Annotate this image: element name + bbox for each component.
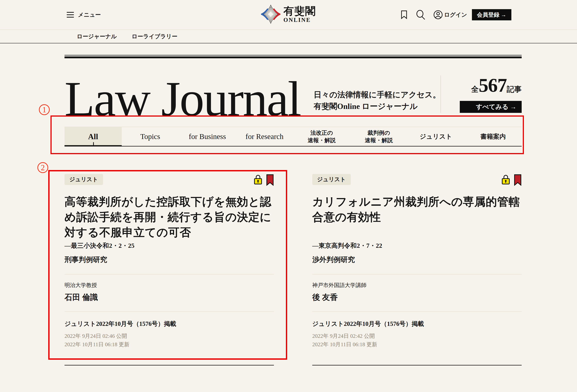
nav-law-journal[interactable]: ロージャーナル (77, 33, 117, 40)
author-name: 後 友香 (312, 292, 522, 302)
user-icon (433, 10, 443, 20)
article-dates: 2022年 9月24日 02:46 公開 2022年 10月11日 06:18 … (65, 332, 274, 349)
tab-all[interactable]: All (65, 127, 122, 146)
double-rule (65, 55, 522, 58)
main-content: Law Journal 日々の法律情報に手軽にアクセス。 有斐閣Online ロ… (65, 55, 522, 392)
author-affiliation: 明治大学教授 (65, 282, 274, 289)
divider (65, 311, 274, 312)
tab-law-reform-news[interactable]: 法改正の 速報・解説 (293, 127, 350, 146)
tab-books[interactable]: 書籍案内 (465, 127, 522, 146)
tab-topics[interactable]: Topics (122, 127, 179, 146)
bookmark-ribbon-icon[interactable] (514, 174, 522, 186)
menu-label: メニュー (78, 11, 101, 19)
search-icon (416, 10, 426, 20)
article-subtitle: —最三小決令和2・2・25 (65, 241, 274, 250)
login-button[interactable]: ログイン (433, 10, 467, 20)
hamburger-icon (67, 12, 74, 18)
login-label: ログイン (444, 11, 467, 19)
article-title[interactable]: カリフォルニア州裁判所への専属的管轄合意の有効性 (312, 194, 522, 225)
top-header: メニュー 有斐閣 ONLINE (0, 0, 577, 30)
published-date: 2022年 9月24日 02:46 公開 (65, 332, 274, 340)
signup-button[interactable]: 会員登録 → (472, 9, 511, 20)
article-card-2[interactable]: ジュリスト カリフォルニア州裁判所への専属的管轄合意の有効性 —東京高判令和 (312, 174, 522, 365)
divider (312, 274, 522, 274)
publication-info: ジュリスト2022年10月号（1576号）掲載 (65, 320, 274, 328)
annotation-circle-1: 1 (39, 104, 50, 115)
tab-jurist[interactable]: ジュリスト (407, 127, 465, 146)
category-badge: ジュリスト (65, 174, 103, 185)
hero-section: Law Journal 日々の法律情報に手軽にアクセス。 有斐閣Online ロ… (65, 58, 522, 122)
header-actions: ログイン 会員登録 → (401, 9, 511, 20)
site-logo[interactable]: 有斐閣 ONLINE (261, 4, 316, 24)
article-card-1[interactable]: ジュリスト 高等裁判所がした控訴取下げを無効と認め訴訟手続を再開・続行する旨の決… (65, 174, 274, 365)
category-badge: ジュリスト (312, 174, 351, 185)
bookmark-button[interactable] (401, 10, 407, 19)
card-bottom-rule (65, 365, 274, 365)
publication-info: ジュリスト2022年10月号（1576号）掲載 (312, 320, 522, 328)
count-suffix: 記事 (507, 85, 522, 94)
lock-icon (254, 174, 262, 185)
author-affiliation: 神戸市外国語大学講師 (312, 282, 522, 289)
search-button[interactable] (416, 10, 426, 20)
updated-date: 2022年 10月11日 06:18 更新 (312, 340, 522, 349)
published-date: 2022年 9月24日 02:42 公開 (312, 332, 522, 340)
nav-law-library[interactable]: ローライブラリー (132, 33, 178, 40)
menu-button[interactable]: メニュー (67, 11, 101, 19)
page-title: Law Journal (65, 76, 300, 122)
article-title[interactable]: 高等裁判所がした控訴取下げを無効と認め訴訟手続を再開・続行する旨の決定に対する不… (65, 194, 274, 240)
logo-name: 有斐閣 (284, 6, 316, 16)
tagline-line2: 有斐閣Online ロージャーナル (314, 100, 440, 112)
logo-online: ONLINE (284, 17, 316, 23)
article-subtitle: —東京高判令和2・7・22 (312, 241, 522, 250)
tagline-line1: 日々の法律情報に手軽にアクセス。 (314, 89, 440, 100)
article-category: 刑事判例研究 (65, 255, 274, 264)
lock-icon (502, 174, 510, 185)
divider (65, 274, 274, 274)
count-prefix: 全 (471, 85, 479, 94)
divider (312, 311, 522, 312)
see-all-button[interactable]: すべてみる → (460, 101, 522, 113)
annotation-circle-2: 2 (37, 162, 48, 173)
article-grid: ジュリスト 高等裁判所がした控訴取下げを無効と認め訴訟手続を再開・続行する旨の決… (65, 174, 522, 365)
updated-date: 2022年 10月11日 06:18 更新 (65, 340, 274, 349)
logo-mark-icon (261, 4, 281, 24)
tab-case-news[interactable]: 裁判例の 速報・解説 (350, 127, 407, 146)
article-count-panel: 全567記事 すべてみる → (440, 75, 522, 113)
card-bottom-rule (312, 365, 522, 365)
bookmark-ribbon-icon[interactable] (266, 174, 274, 186)
tab-for-business[interactable]: for Business (179, 127, 236, 146)
secondary-nav: ロージャーナル ローライブラリー (0, 30, 577, 43)
category-tabbar: All Topics for Business for Research 法改正… (65, 127, 522, 146)
tab-for-research[interactable]: for Research (236, 127, 293, 146)
article-dates: 2022年 9月24日 02:42 公開 2022年 10月11日 06:18 … (312, 332, 522, 349)
author-name: 石田 倫識 (65, 292, 274, 302)
bookmark-icon (401, 10, 407, 19)
article-category: 渉外判例研究 (312, 255, 522, 264)
count-value: 567 (479, 74, 507, 96)
article-count: 全567記事 (471, 75, 522, 95)
hero-tagline: 日々の法律情報に手軽にアクセス。 有斐閣Online ロージャーナル (314, 89, 440, 122)
